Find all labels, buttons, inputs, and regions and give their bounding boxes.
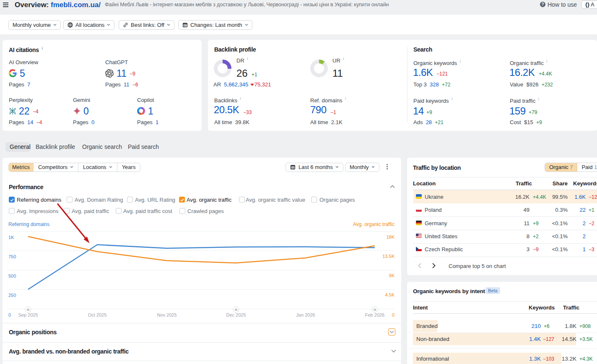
svg-text:G: G <box>27 308 29 312</box>
svg-text:0: 0 <box>8 312 11 317</box>
svg-text:Sep 2025: Sep 2025 <box>18 312 38 317</box>
svg-text:0: 0 <box>392 312 395 317</box>
svg-text:Feb 2026: Feb 2026 <box>365 312 384 317</box>
svg-text:250: 250 <box>8 293 16 298</box>
svg-text:Jan 2026: Jan 2026 <box>296 312 315 317</box>
svg-text:18K: 18K <box>386 234 395 239</box>
svg-text:Nov 2025: Nov 2025 <box>157 312 177 317</box>
svg-text:G: G <box>235 308 237 312</box>
svg-text:1K: 1K <box>8 235 14 240</box>
svg-text:9K: 9K <box>389 273 395 278</box>
svg-text:750: 750 <box>8 254 16 259</box>
svg-text:G: G <box>374 308 376 312</box>
svg-text:Oct 2025: Oct 2025 <box>88 312 107 317</box>
svg-text:4.5K: 4.5K <box>385 292 395 297</box>
svg-text:Dec 2025: Dec 2025 <box>226 312 246 317</box>
svg-text:500: 500 <box>8 273 16 278</box>
svg-text:13.5K: 13.5K <box>382 254 395 259</box>
